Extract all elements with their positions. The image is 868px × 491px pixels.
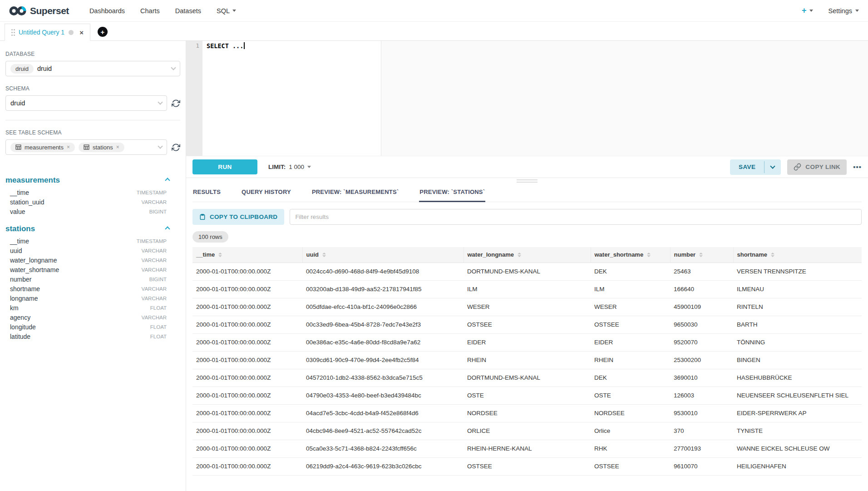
table-row[interactable]: 2000-01-01T00:00:00.000Z0024cc40-d690-46… [192, 263, 862, 280]
sort-up-icon [699, 253, 703, 254]
cell: RHEIN [464, 351, 591, 369]
remove-table-icon[interactable]: × [116, 144, 119, 150]
table-row[interactable]: 2000-01-01T00:00:00.000Z0309cd61-90c9-47… [192, 351, 862, 369]
sort-down-icon [647, 255, 651, 257]
table-name-label: measurements [5, 176, 60, 185]
sort-icon[interactable] [647, 253, 651, 257]
nav-item-charts[interactable]: Charts [140, 7, 160, 15]
column-row: shortnameVARCHAR [5, 284, 180, 293]
result-tab-preview-measurements[interactable]: PREVIEW: `MEASUREMENTS` [311, 184, 399, 202]
sort-up-icon [771, 253, 774, 254]
sort-icon[interactable] [699, 253, 703, 257]
table-row[interactable]: 2000-01-01T00:00:00.000Z04acd7e5-3cbc-4c… [192, 404, 862, 422]
table-row[interactable]: 2000-01-01T00:00:00.000Z003200ab-d138-49… [192, 280, 862, 298]
sql-code-line[interactable]: SELECT ... [202, 41, 868, 50]
schema-select[interactable]: druid [5, 95, 167, 111]
cell: WANNE EICKEL SCHLEUSE OW [733, 440, 862, 457]
close-tab-icon[interactable]: × [79, 29, 84, 36]
cell: EIDER [591, 333, 670, 351]
filter-results-input[interactable] [290, 209, 862, 225]
nav-item-sql[interactable]: SQL [217, 7, 236, 15]
copy-link-button[interactable]: COPY LINK [787, 159, 847, 175]
results-panel: RESULTSQUERY HISTORYPREVIEW: `MEASUREMEN… [186, 184, 868, 491]
add-query-tab-button[interactable]: + [98, 27, 108, 37]
result-tab-results[interactable]: RESULTS [192, 184, 221, 202]
schema-table-header[interactable]: measurements [5, 174, 180, 188]
column-header-shortname[interactable]: shortname [733, 247, 862, 263]
column-header-number[interactable]: number [670, 247, 733, 263]
column-row: numberBIGINT [5, 274, 180, 284]
more-actions-button[interactable]: ••• [853, 163, 862, 171]
drag-handle-icon[interactable] [11, 29, 13, 30]
remove-table-icon[interactable]: × [67, 144, 70, 150]
cell: OSTSEE [464, 457, 591, 475]
cell: OSTSEE [464, 316, 591, 333]
sort-icon[interactable] [518, 253, 521, 257]
save-split-button[interactable]: SAVE [730, 159, 781, 175]
nav-item-datasets[interactable]: Datasets [175, 7, 201, 15]
refresh-schema-icon[interactable] [172, 99, 180, 108]
table-row[interactable]: 2000-01-01T00:00:00.000Z005dfdae-efcc-41… [192, 298, 862, 316]
sort-icon[interactable] [218, 253, 222, 257]
table-chip-measurements[interactable]: measurements × [10, 143, 75, 152]
database-label: DATABASE [5, 51, 180, 57]
new-item-button[interactable]: + [802, 6, 813, 15]
cell: NORDSEE [591, 404, 670, 422]
settings-menu[interactable]: Settings [829, 7, 859, 15]
table-row[interactable]: 2000-01-01T00:00:00.000Z05ca0e33-5c71-43… [192, 440, 862, 457]
sort-up-icon [518, 253, 521, 254]
schema-table-header[interactable]: stations [5, 223, 180, 236]
chevron-up-icon[interactable] [165, 226, 170, 231]
save-button[interactable]: SAVE [730, 159, 764, 175]
result-tab-query-history[interactable]: QUERY HISTORY [241, 184, 291, 202]
column-name: agency [10, 314, 30, 321]
cell: 2000-01-01T00:00:00.000Z [192, 422, 302, 440]
sql-editor[interactable]: 1 SELECT ... [186, 41, 868, 156]
cell: 2000-01-01T00:00:00.000Z [192, 369, 302, 387]
table-row[interactable]: 2000-01-01T00:00:00.000Z06219dd9-a2c4-46… [192, 457, 862, 475]
cell: WESER [464, 298, 591, 316]
panel-resize-handle[interactable] [186, 178, 868, 184]
nav-item-dashboards[interactable]: Dashboards [89, 7, 125, 15]
result-tab-preview-stations[interactable]: PREVIEW: `STATIONS` [419, 184, 485, 202]
table-row[interactable]: 2000-01-01T00:00:00.000Z04572010-1db2-43… [192, 369, 862, 387]
column-header-water-longname[interactable]: water_longname [464, 247, 591, 263]
run-button[interactable]: RUN [192, 159, 257, 174]
column-header-water-shortname[interactable]: water_shortname [591, 247, 670, 263]
cell: WESER [591, 298, 670, 316]
table-schema-select[interactable]: measurements × stations × [5, 139, 167, 155]
cell: 04acd7e5-3cbc-4cdd-b4a9-f452e868f4d6 [302, 404, 464, 422]
cell: 2000-01-01T00:00:00.000Z [192, 351, 302, 369]
query-status-dot [69, 30, 74, 35]
cell: RINTELN [733, 298, 862, 316]
column-type: TIMESTAMP [137, 190, 167, 195]
table-row[interactable]: 2000-01-01T00:00:00.000Z00e386ac-e35c-4a… [192, 333, 862, 351]
sort-icon[interactable] [322, 253, 326, 257]
save-options-button[interactable] [764, 159, 781, 175]
column-row: valueBIGINT [5, 207, 180, 216]
column-header-label: water_shortname [595, 251, 644, 258]
superset-logo[interactable]: Superset [9, 5, 69, 16]
chevron-up-icon[interactable] [165, 178, 170, 183]
sort-down-icon [218, 255, 222, 257]
results-table: __timeuuidwater_longnamewater_shortnamen… [192, 247, 862, 476]
cell: VERSEN TRENNSPITZE [733, 263, 862, 280]
copy-to-clipboard-button[interactable]: COPY TO CLIPBOARD [192, 209, 284, 225]
table-row[interactable]: 2000-01-01T00:00:00.000Z04cbc946-8ee9-45… [192, 422, 862, 440]
column-name: station_uuid [10, 198, 44, 206]
database-select[interactable]: druid druid [5, 61, 180, 76]
brand-name: Superset [30, 5, 69, 16]
cell: 2000-01-01T00:00:00.000Z [192, 387, 302, 404]
table-row[interactable]: 2000-01-01T00:00:00.000Z00c33ed9-6bea-45… [192, 316, 862, 333]
column-header-time[interactable]: __time [192, 247, 302, 263]
query-tab-untitled-query-1[interactable]: Untitled Query 1 × [5, 24, 90, 41]
column-type: VARCHAR [142, 315, 167, 320]
sort-icon[interactable] [771, 253, 774, 257]
column-type: VARCHAR [142, 248, 167, 253]
refresh-tables-icon[interactable] [172, 143, 180, 152]
table-chip-stations[interactable]: stations × [79, 143, 124, 152]
table-row[interactable]: 2000-01-01T00:00:00.000Z04790e03-4353-4e… [192, 387, 862, 404]
column-header-uuid[interactable]: uuid [302, 247, 464, 263]
limit-dropdown[interactable]: LIMIT: 1 000 [268, 164, 311, 170]
cell: OSTSEE [591, 316, 670, 333]
